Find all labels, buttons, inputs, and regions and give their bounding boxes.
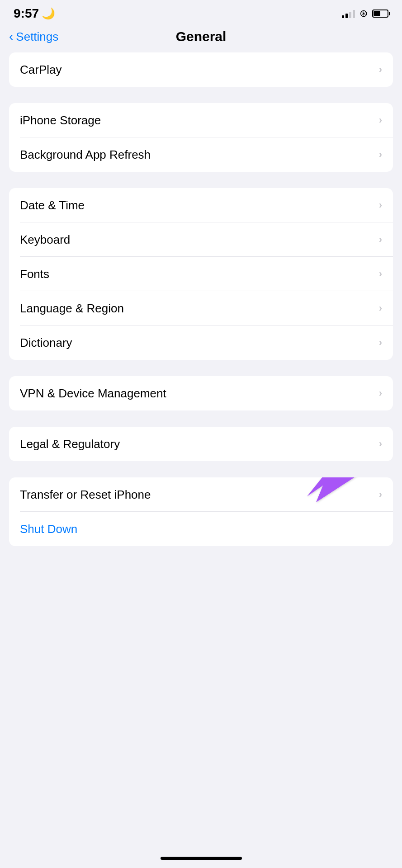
vpn-device-management-label: VPN & Device Management [20,387,166,401]
back-button[interactable]: ‹ Settings [9,30,58,44]
date-time-chevron-icon: › [379,199,382,211]
signal-bars-icon [342,9,355,18]
dictionary-chevron-icon: › [379,337,382,349]
keyboard-chevron-icon: › [379,234,382,245]
moon-icon: 🌙 [42,7,55,20]
shut-down-row[interactable]: Shut Down [9,512,393,546]
background-app-refresh-chevron-icon: › [379,149,382,160]
iphone-storage-row[interactable]: iPhone Storage › [9,103,393,137]
fonts-label: Fonts [20,267,49,281]
status-bar: 9:57 🌙 ⊛ [0,0,402,24]
vpn-device-management-row[interactable]: VPN & Device Management › [9,376,393,410]
back-chevron-icon: ‹ [9,30,13,43]
settings-content: CarPlay › iPhone Storage › Background Ap… [0,52,402,546]
signal-bar-2 [345,14,348,18]
signal-bar-1 [342,15,344,18]
transfer-reset-label: Transfer or Reset iPhone [20,488,151,502]
time-display: 9:57 [14,6,39,21]
battery-fill [374,11,380,16]
legal-group: Legal & Regulatory › [9,427,393,461]
page-title: General [176,29,227,44]
vpn-device-management-chevron-icon: › [379,387,382,399]
carplay-row[interactable]: CarPlay › [9,52,393,87]
background-app-refresh-label: Background App Refresh [20,148,151,162]
back-label: Settings [16,30,58,44]
transfer-reset-row[interactable]: Transfer or Reset iPhone › [9,477,393,512]
language-region-chevron-icon: › [379,302,382,314]
signal-bar-4 [353,10,355,18]
status-time: 9:57 🌙 [14,6,55,21]
keyboard-row[interactable]: Keyboard › [9,222,393,257]
iphone-storage-chevron-icon: › [379,114,382,126]
iphone-storage-label: iPhone Storage [20,113,101,127]
reset-group: Transfer or Reset iPhone › Shut Down [9,477,393,546]
locale-group: Date & Time › Keyboard › Fonts › Languag… [9,188,393,360]
language-region-label: Language & Region [20,302,124,316]
nav-bar: ‹ Settings General [0,24,402,52]
transfer-reset-chevron-icon: › [379,489,382,500]
storage-group: iPhone Storage › Background App Refresh … [9,103,393,172]
legal-regulatory-row[interactable]: Legal & Regulatory › [9,427,393,461]
dictionary-row[interactable]: Dictionary › [9,326,393,360]
vpn-group: VPN & Device Management › [9,376,393,410]
wifi-icon: ⊛ [359,8,368,19]
language-region-row[interactable]: Language & Region › [9,291,393,326]
legal-regulatory-chevron-icon: › [379,438,382,450]
date-time-row[interactable]: Date & Time › [9,188,393,222]
dictionary-label: Dictionary [20,336,72,350]
legal-regulatory-label: Legal & Regulatory [20,437,120,451]
status-icons: ⊛ [342,8,388,19]
shut-down-label: Shut Down [20,522,77,536]
home-indicator [161,857,242,860]
background-app-refresh-row[interactable]: Background App Refresh › [9,137,393,172]
keyboard-label: Keyboard [20,233,70,247]
battery-icon [372,9,388,18]
carplay-label: CarPlay [20,63,61,77]
fonts-row[interactable]: Fonts › [9,257,393,291]
signal-bar-3 [349,12,351,18]
carplay-group: CarPlay › [9,52,393,87]
date-time-label: Date & Time [20,198,85,212]
carplay-chevron-icon: › [379,64,382,75]
fonts-chevron-icon: › [379,268,382,280]
